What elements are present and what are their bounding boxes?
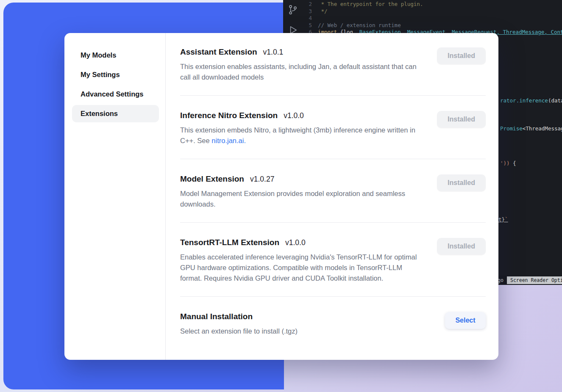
- sidebar-item-advanced-settings[interactable]: Advanced Settings: [72, 86, 159, 103]
- sidebar-item-my-models[interactable]: My Models: [72, 47, 159, 64]
- installed-button[interactable]: Installed: [437, 47, 486, 64]
- manual-installation-description: Select an extension file to install (.tg…: [180, 326, 298, 337]
- extension-row-assistant: Assistant Extension v1.0.1 This extensio…: [180, 47, 486, 95]
- code-line: 4: [303, 15, 562, 22]
- code-fragment: t}`: [498, 216, 508, 224]
- screen-reader-optimized-badge[interactable]: Screen Reader Optimized: [507, 276, 562, 284]
- extension-version: v1.0.0: [285, 238, 306, 247]
- line-number: 2: [303, 1, 312, 8]
- sidebar-item-my-settings[interactable]: My Settings: [72, 66, 159, 83]
- manual-installation-row: Manual Installation Select an extension …: [180, 296, 486, 349]
- code-line: 5// Web / extension runtime: [303, 22, 562, 29]
- select-file-button[interactable]: Select: [445, 312, 486, 329]
- extension-description: This extension embeds Nitro, a lightweig…: [180, 125, 417, 146]
- code-fragment: rator.inference(data));: [500, 97, 562, 105]
- settings-sidebar: My Models My Settings Advanced Settings …: [64, 33, 166, 360]
- extensions-panel: Assistant Extension v1.0.1 This extensio…: [166, 33, 498, 360]
- code-line: 3 */: [303, 8, 562, 15]
- extension-description: Enables accelerated inference leveraging…: [180, 252, 417, 284]
- sidebar-item-extensions[interactable]: Extensions: [72, 105, 159, 122]
- status-bar-text: go: [498, 277, 504, 283]
- extension-title: Assistant Extension: [180, 47, 257, 57]
- extension-description: Model Management Extension provides mode…: [180, 188, 417, 210]
- line-number: 5: [303, 22, 312, 29]
- installed-button[interactable]: Installed: [437, 174, 486, 191]
- extension-row-tensorrt: TensortRT-LLM Extension v1.0.0 Enables a…: [180, 222, 486, 296]
- line-number: 4: [303, 15, 312, 22]
- manual-installation-title: Manual Installation: [180, 312, 253, 321]
- extension-title: Model Extension: [180, 174, 244, 184]
- extension-row-model: Model Extension v1.0.27 Model Management…: [180, 159, 486, 222]
- editor-code-area[interactable]: 2 * The entrypoint for the plugin. 3 */ …: [303, 1, 562, 36]
- source-control-branch-icon[interactable]: [287, 4, 298, 15]
- line-number: 3: [303, 8, 312, 15]
- extension-title: TensortRT-LLM Extension: [180, 238, 279, 247]
- code-line: 2 * The entrypoint for the plugin.: [303, 1, 562, 8]
- extension-description: This extension enables assistants, inclu…: [180, 61, 417, 83]
- extension-version: v1.0.1: [263, 48, 284, 57]
- extension-title: Inference Nitro Extension: [180, 111, 278, 120]
- code-fragment: Promise<ThreadMessage>: [500, 125, 562, 133]
- installed-button[interactable]: Installed: [437, 238, 486, 255]
- code-fragment: ')) {: [500, 160, 516, 167]
- nitro-jan-ai-link[interactable]: nitro.jan.ai.: [211, 137, 246, 144]
- installed-button[interactable]: Installed: [437, 111, 486, 128]
- extension-version: v1.0.0: [284, 111, 304, 120]
- extension-row-nitro: Inference Nitro Extension v1.0.0 This ex…: [180, 95, 486, 159]
- settings-modal: My Models My Settings Advanced Settings …: [64, 33, 498, 360]
- extension-version: v1.0.27: [250, 175, 274, 184]
